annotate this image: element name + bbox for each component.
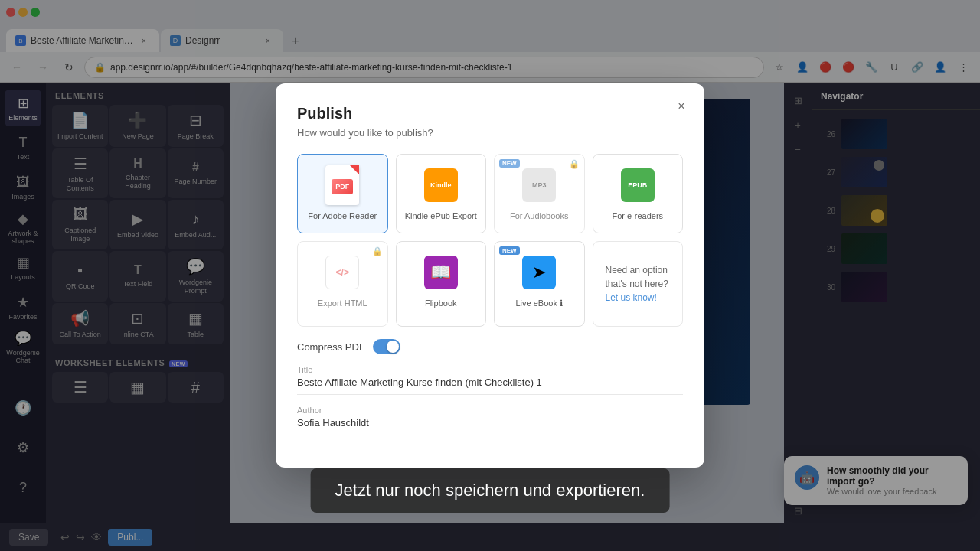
caption-text: Jetzt nur noch speichern und exportieren… [335, 481, 645, 500]
html-label: Export HTML [318, 298, 368, 308]
audiobook-new-badge: NEW [499, 159, 520, 168]
publish-option-kindle[interactable]: Kindle Kindle ePub Export [396, 154, 487, 233]
flipbook-icon: 📖 [423, 254, 459, 291]
publish-option-epub[interactable]: EPUB For e-readers [593, 154, 684, 233]
modal-subtitle: How would you like to publish? [297, 127, 683, 139]
publish-modal: × Publish How would you like to publish?… [276, 83, 704, 468]
epub-icon: EPUB [619, 167, 656, 204]
publish-option-pdf[interactable]: PDF For Adobe Reader [297, 154, 388, 233]
liveebook-label: Live eBook ℹ [516, 298, 563, 308]
title-field-label: Title [297, 365, 683, 374]
publish-option-html[interactable]: 🔒 </> Export HTML [297, 241, 388, 327]
audiobook-lock-icon: 🔒 [569, 159, 580, 169]
compress-pdf-row: Compress PDF [297, 339, 683, 354]
publish-option-flipbook[interactable]: 📖 Flipbook [396, 241, 487, 327]
flipbook-label: Flipbook [425, 298, 457, 308]
kindle-icon: Kindle [423, 167, 459, 204]
publish-option-audiobook[interactable]: NEW 🔒 MP3 For Audiobooks [494, 154, 585, 233]
author-field-value[interactable]: Sofia Hauschildt [297, 417, 683, 429]
toggle-knob [387, 341, 399, 353]
mp3-icon: MP3 [521, 167, 557, 204]
compress-toggle[interactable] [373, 339, 400, 354]
html-lock-icon: 🔒 [372, 246, 383, 256]
publish-option-liveebook[interactable]: NEW ➤ Live eBook ℹ [494, 241, 585, 327]
publish-options-row2: 🔒 </> Export HTML 📖 Flipbook NEW ➤ Live [297, 241, 683, 327]
let-us-know-link[interactable]: Let us know! [606, 292, 657, 303]
need-option-text: Need an option that's not here? Let us k… [599, 254, 677, 314]
publish-options-row1: PDF For Adobe Reader Kindle Kindle ePub … [297, 154, 683, 233]
pdf-label: For Adobe Reader [308, 211, 377, 220]
epub-label: For e-readers [612, 211, 663, 220]
author-field-label: Author [297, 406, 683, 415]
html-icon: </> [324, 254, 361, 291]
kindle-label: Kindle ePub Export [405, 211, 477, 220]
modal-title: Publish [297, 105, 683, 122]
title-field-group: Title Beste Affiliate Marketing Kurse fi… [297, 365, 683, 395]
title-field-value[interactable]: Beste Affiliate Marketing Kurse finden (… [297, 377, 683, 388]
caption-bar: Jetzt nur noch speichern und exportieren… [311, 468, 670, 513]
liveebook-icon: ➤ [521, 254, 557, 291]
publish-option-need: Need an option that's not here? Let us k… [593, 241, 684, 327]
liveebook-new-badge: NEW [499, 246, 520, 255]
modal-close-button[interactable]: × [671, 96, 692, 117]
compress-label: Compress PDF [297, 341, 365, 353]
author-field-group: Author Sofia Hauschildt [297, 406, 683, 435]
pdf-icon: PDF [324, 167, 361, 204]
audiobook-label: For Audiobooks [510, 211, 568, 220]
